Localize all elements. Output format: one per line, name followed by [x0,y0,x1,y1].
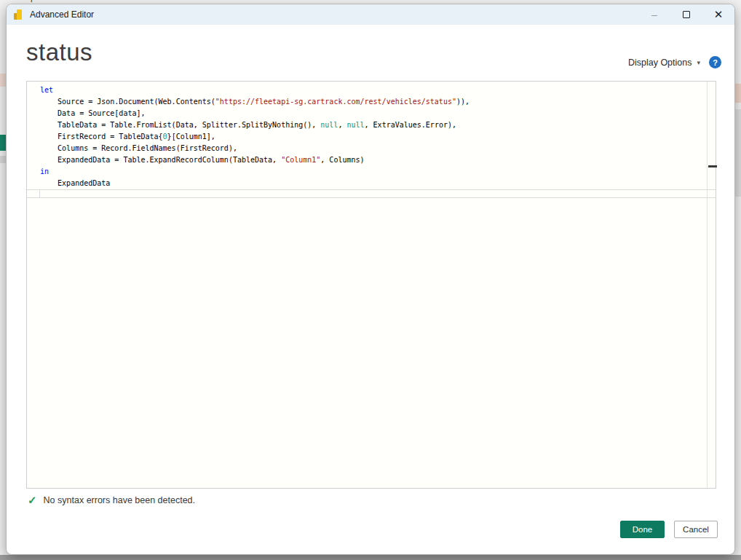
display-options-label: Display Options [628,58,692,68]
background-app-sliver [735,84,741,103]
code-line: FirstRecord = TableData{0}[Column1], [40,131,705,143]
screen: Help Advanced Editor – ✕ status Display … [0,0,741,560]
code-line: TableData = Table.FromList(Data, Splitte… [40,119,705,131]
cancel-button[interactable]: Cancel [674,521,718,538]
code-line: in [40,166,705,178]
dialog-titlebar: Advanced Editor – ✕ [7,4,734,25]
background-app-sliver [0,156,6,163]
background-app-sliver [735,109,741,197]
maximize-icon[interactable] [670,4,702,25]
background-app-sliver [0,555,741,560]
active-line-highlight [27,189,716,198]
checkmark-icon: ✓ [28,494,37,507]
code-line: Columns = Record.FieldNames(FirstRecord)… [40,143,705,154]
display-options-dropdown[interactable]: Display Options ▾ [628,58,700,68]
dialog-title: Advanced Editor [30,9,94,20]
code-line: ExpandedData [40,178,705,189]
code-editor[interactable]: let Source = Json.Document(Web.Contents(… [26,81,716,489]
powerbi-logo-icon [14,9,24,20]
query-name-title: status [26,39,92,66]
editor-scrollbar-thumb[interactable] [708,165,717,167]
editor-scrollbar-track [707,82,708,488]
help-icon[interactable]: ? [709,56,721,68]
syntax-status-message: No syntax errors have been detected. [44,495,195,505]
minimize-icon[interactable]: – [638,4,670,25]
close-icon[interactable]: ✕ [702,4,734,25]
code-line: let [40,84,705,96]
code-line: Data = Source[data], [40,108,705,119]
advanced-editor-dialog: Advanced Editor – ✕ status Display Optio… [6,4,735,555]
code-line: ExpandedData = Table.ExpandRecordColumn(… [40,154,705,166]
code-line: Source = Json.Document(Web.Contents("htt… [40,96,705,108]
done-button[interactable]: Done [620,521,665,538]
background-app-sliver [0,74,6,87]
syntax-status: ✓ No syntax errors have been detected. [28,494,195,507]
code-content[interactable]: let Source = Json.Document(Web.Contents(… [27,82,705,189]
chevron-down-icon: ▾ [697,59,700,66]
background-app-sliver [0,135,6,151]
